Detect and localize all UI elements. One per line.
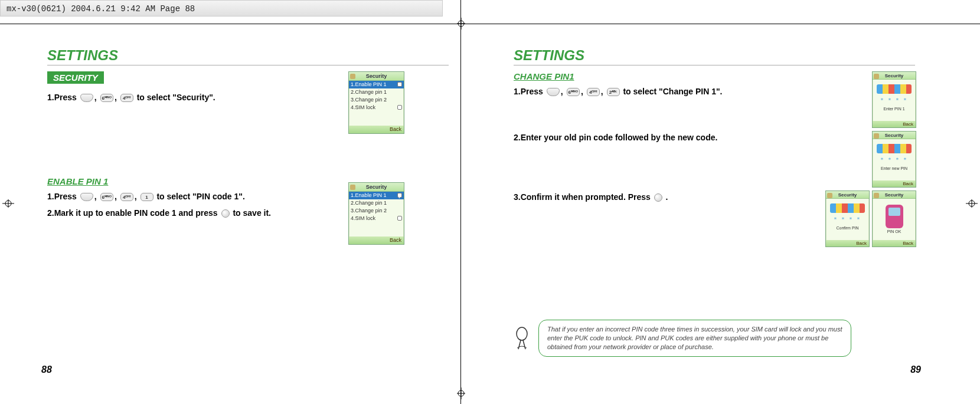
mock-graphic-icon bbox=[877, 144, 911, 153]
phone-screenshot-enter-new-pin: Security ＊＊＊＊ Enter new PIN Back bbox=[872, 131, 916, 188]
step-suffix: to select "Change PIN 1". bbox=[623, 87, 722, 96]
mock-label: Enter new PIN bbox=[873, 166, 916, 170]
mock-list-item: 4.SIM lock bbox=[349, 215, 404, 222]
svg-line-13 bbox=[518, 340, 521, 349]
key-6: 6ᴹᴺᴼ bbox=[567, 88, 580, 96]
step-text: 2.Enter your old pin code followed by th… bbox=[514, 131, 821, 144]
page-number: 88 bbox=[41, 364, 52, 375]
key-4: 4ᴳᴴᴵ bbox=[587, 88, 600, 96]
registration-mark-icon bbox=[2, 199, 14, 208]
mock-list-item: 3.Change pin 2 bbox=[349, 207, 404, 215]
registration-mark-icon bbox=[966, 199, 978, 208]
crop-mark-header: mx-v30(0621) 2004.6.21 9:42 AM Page 88 bbox=[0, 0, 443, 17]
step-text: 2.Mark it up to enable PIN code 1 and pr… bbox=[47, 206, 354, 219]
crop-rule-horizontal bbox=[0, 24, 980, 24]
page-number: 89 bbox=[910, 364, 921, 375]
mock-list-item: 4.SIM lock bbox=[349, 104, 404, 111]
step-text: 1.Press , 6ᴹᴺᴼ, 4ᴳᴴᴵ, 1 to select "PIN c… bbox=[47, 190, 354, 203]
mock-softkey-back: Back bbox=[349, 237, 404, 244]
step-prefix: 2.Mark it up to enable PIN code 1 and pr… bbox=[47, 208, 220, 218]
note-text: That if you enter an incorrect PIN code … bbox=[538, 320, 851, 357]
mock-title: Security bbox=[873, 72, 916, 80]
magnifier-note-icon bbox=[514, 327, 530, 350]
step-text: 3.Confirm it when prompted. Press . bbox=[514, 190, 821, 203]
step-prefix: 1.Press bbox=[47, 192, 79, 201]
key-1: 1 bbox=[141, 193, 153, 201]
key-4: 4ᴳᴴᴵ bbox=[120, 193, 133, 201]
ok-key-icon bbox=[654, 193, 662, 202]
svg-line-14 bbox=[523, 340, 525, 349]
softkey-icon bbox=[547, 88, 560, 96]
softkey-icon bbox=[80, 94, 93, 102]
crop-rule-vertical bbox=[460, 0, 461, 404]
key-2: 2ᴬᴮᶜ bbox=[607, 88, 620, 96]
phone-screenshot-security-list-checked: Security 1.Enable PIN 1✓ 2.Change pin 1 … bbox=[348, 182, 404, 245]
mock-label: Enter PIN 1 bbox=[873, 107, 916, 111]
svg-point-12 bbox=[517, 327, 527, 340]
mock-list-item: 1.Enable PIN 1 bbox=[349, 81, 404, 88]
mock-title: Security bbox=[873, 132, 916, 139]
ok-key-icon bbox=[221, 209, 230, 218]
mock-pin-mask: ＊＊＊＊ bbox=[826, 215, 869, 225]
step-suffix: to save it. bbox=[233, 208, 271, 218]
subheading-enable-pin1: ENABLE PIN 1 bbox=[47, 176, 354, 186]
page-title: SETTINGS bbox=[514, 47, 915, 65]
mock-list-item: 3.Change pin 2 bbox=[349, 96, 404, 104]
phone-screenshot-confirm-pin: Security ＊＊＊＊ Confirm PIN Back bbox=[825, 190, 870, 247]
subheading-change-pin1: CHANGE PIN1 bbox=[514, 71, 821, 81]
mock-graphic-icon bbox=[830, 203, 864, 213]
mock-pin-mask: ＊＊＊＊ bbox=[873, 156, 916, 165]
mock-list-item: 1.Enable PIN 1✓ bbox=[349, 192, 404, 199]
mock-graphic-icon bbox=[877, 84, 911, 94]
mock-label: PIN OK bbox=[873, 229, 916, 234]
mock-title: Security bbox=[826, 191, 869, 199]
mock-softkey-back: Back bbox=[873, 180, 916, 187]
page-title: SETTINGS bbox=[47, 47, 449, 65]
phone-screenshot-enter-pin1: Security ＊＊＊＊ Enter PIN 1 Back bbox=[872, 71, 916, 128]
key-6: 6ᴹᴺᴼ bbox=[100, 193, 113, 201]
mock-pin-mask: ＊＊＊＊ bbox=[873, 96, 916, 106]
step-suffix: to select "PIN code 1". bbox=[156, 192, 244, 201]
softkey-icon bbox=[80, 193, 93, 201]
note-callout: That if you enter an incorrect PIN code … bbox=[514, 320, 851, 357]
step-prefix: 3.Confirm it when prompted. Press bbox=[514, 192, 653, 202]
mock-title: Security bbox=[873, 191, 916, 199]
step-suffix: . bbox=[666, 192, 668, 202]
page-left: SETTINGS SECURITY 1.Press , 6ᴹᴺᴼ, 4ᴳᴴᴵ t… bbox=[41, 41, 455, 372]
mock-title: Security bbox=[349, 72, 404, 81]
mock-list-item: 2.Change pin 1 bbox=[349, 88, 404, 96]
step-text: 1.Press , 6ᴹᴺᴼ, 4ᴳᴴᴵ, 2ᴬᴮᶜ to select "Ch… bbox=[514, 85, 821, 98]
step-prefix: 1.Press bbox=[47, 93, 79, 102]
phone-screenshot-security-list: Security 1.Enable PIN 1 2.Change pin 1 3… bbox=[348, 71, 404, 134]
phone-screenshot-pin-ok: Security PIN OK Back bbox=[872, 190, 916, 247]
mock-list-item: 2.Change pin 1 bbox=[349, 199, 404, 207]
phone-icon bbox=[886, 205, 903, 228]
step-text: 1.Press , 6ᴹᴺᴼ, 4ᴳᴴᴵ to select "Security… bbox=[47, 91, 354, 104]
key-6: 6ᴹᴺᴼ bbox=[100, 94, 113, 102]
mock-softkey-back: Back bbox=[349, 126, 404, 133]
step-prefix: 1.Press bbox=[514, 87, 545, 96]
section-heading-security: SECURITY bbox=[47, 71, 104, 84]
registration-mark-icon bbox=[457, 387, 465, 399]
mock-label: Confirm PIN bbox=[826, 226, 869, 230]
key-4: 4ᴳᴴᴵ bbox=[120, 94, 133, 102]
page-right: SETTINGS CHANGE PIN1 1.Press , 6ᴹᴺᴼ, 4ᴳᴴ… bbox=[508, 41, 921, 372]
mock-softkey-back: Back bbox=[873, 121, 916, 127]
mock-softkey-back: Back bbox=[826, 240, 869, 247]
mock-softkey-back: Back bbox=[873, 240, 916, 247]
mock-title: Security bbox=[349, 183, 404, 192]
step-suffix: to select "Security". bbox=[137, 93, 215, 102]
